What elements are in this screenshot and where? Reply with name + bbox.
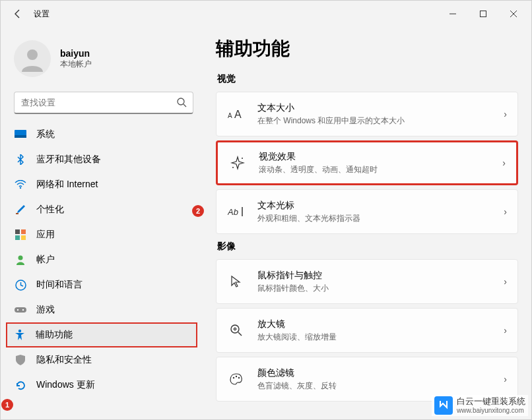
- card-subtitle: 滚动条、透明度、动画、通知超时: [259, 164, 502, 175]
- nav-time[interactable]: 时间和语言: [6, 272, 197, 297]
- main-panel: 辅助功能 视觉 AA 文本大小 在整个 Windows 和应用中显示的文本大小 …: [203, 27, 531, 419]
- nav-label: 个性化: [36, 204, 64, 216]
- shield-icon: [14, 353, 27, 367]
- svg-rect-11: [15, 235, 20, 240]
- person-icon: [14, 253, 27, 266]
- svg-point-22: [232, 167, 234, 168]
- update-icon: [14, 378, 27, 392]
- svg-text:A: A: [228, 112, 232, 119]
- content-area: baiyun 本地帐户 1 2 系统 蓝牙和其他设备: [1, 27, 531, 419]
- card-subtitle: 色盲滤镜、灰度、反转: [257, 380, 504, 392]
- nav-system[interactable]: 系统: [6, 122, 197, 147]
- window-title: 设置: [34, 9, 50, 20]
- nav-update[interactable]: Windows 更新: [6, 373, 197, 398]
- nav-label: 网络和 Internet: [36, 179, 98, 191]
- card-text: 文本光标 外观和粗细、文本光标指示器: [257, 200, 504, 224]
- svg-rect-1: [481, 11, 486, 17]
- clock-icon: [14, 278, 27, 291]
- watermark-url: www.baiyunxitong.com: [457, 407, 525, 414]
- card-title: 颜色滤镜: [257, 367, 504, 379]
- watermark-logo-icon: [434, 396, 453, 415]
- svg-text:Ab: Ab: [228, 207, 238, 217]
- card-title: 文本大小: [257, 102, 504, 114]
- svg-line-26: [238, 332, 242, 336]
- card-title: 鼠标指针与触控: [257, 270, 504, 282]
- gamepad-icon: [14, 303, 27, 316]
- card-mouse-pointer[interactable]: 鼠标指针与触控 鼠标指针颜色、大小 ›: [216, 259, 518, 304]
- svg-rect-10: [21, 229, 26, 234]
- card-title: 视觉效果: [259, 151, 502, 163]
- brush-icon: [14, 203, 27, 216]
- card-text: 视觉效果 滚动条、透明度、动画、通知超时: [259, 151, 502, 175]
- profile-block[interactable]: baiyun 本地帐户: [1, 36, 203, 89]
- nav-network[interactable]: 网络和 Internet: [6, 172, 197, 197]
- card-subtitle: 在整个 Windows 和应用中显示的文本大小: [257, 115, 504, 127]
- svg-point-18: [18, 330, 21, 332]
- close-button[interactable]: [498, 3, 529, 24]
- watermark-text: 白云一键重装系统 www.baiyunxitong.com: [457, 397, 525, 413]
- search-icon: [176, 97, 187, 107]
- card-title: 放大镜: [257, 318, 504, 330]
- nav-apps[interactable]: 应用: [6, 222, 197, 247]
- nav-accessibility[interactable]: 辅助功能: [6, 322, 197, 347]
- avatar: [14, 40, 51, 77]
- card-text: 文本大小 在整个 Windows 和应用中显示的文本大小: [257, 102, 504, 127]
- card-subtitle: 外观和粗细、文本光标指示器: [257, 213, 504, 224]
- nav-label: 游戏: [36, 304, 55, 316]
- nav-label: 辅助功能: [36, 329, 73, 341]
- palette-icon: [227, 370, 246, 388]
- svg-text:A: A: [234, 109, 242, 120]
- card-text-size[interactable]: AA 文本大小 在整个 Windows 和应用中显示的文本大小 ›: [216, 92, 518, 136]
- nav-personalization[interactable]: 个性化: [6, 197, 197, 222]
- nav-label: 隐私和安全性: [36, 354, 92, 366]
- watermark: 白云一键重装系统 www.baiyunxitong.com: [432, 395, 528, 416]
- apps-icon: [14, 228, 27, 241]
- nav-privacy[interactable]: 隐私和安全性: [6, 347, 197, 373]
- profile-name: baiyun: [60, 48, 92, 59]
- minimize-button[interactable]: [438, 3, 468, 24]
- nav-label: 时间和语言: [36, 279, 83, 291]
- card-title: 文本光标: [257, 200, 504, 212]
- watermark-title: 白云一键重装系统: [457, 397, 525, 406]
- annotation-badge-1: 1: [1, 399, 13, 411]
- wifi-icon: [14, 178, 27, 191]
- card-text: 放大镜 放大镜阅读、缩放增量: [257, 318, 504, 343]
- svg-point-29: [233, 377, 234, 378]
- section-vision: 视觉: [217, 73, 518, 85]
- window-controls: [438, 3, 529, 24]
- card-visual-effects[interactable]: 视觉效果 滚动条、透明度、动画、通知超时 ›: [216, 140, 518, 185]
- back-button[interactable]: [7, 3, 28, 24]
- svg-point-7: [20, 187, 21, 189]
- svg-rect-6: [15, 135, 26, 138]
- card-text: 鼠标指针与触控 鼠标指针颜色、大小: [257, 270, 504, 294]
- sidebar: baiyun 本地帐户 1 2 系统 蓝牙和其他设备: [1, 27, 203, 419]
- magnifier-icon: [227, 321, 246, 340]
- card-text-cursor[interactable]: Ab 文本光标 外观和粗细、文本光标指示器 ›: [216, 189, 518, 234]
- chevron-right-icon: ›: [504, 109, 507, 119]
- sparkle-icon: [228, 154, 247, 172]
- svg-point-21: [242, 158, 243, 159]
- mouse-pointer-icon: [227, 272, 246, 291]
- nav-gaming[interactable]: 游戏: [6, 297, 197, 322]
- search-input[interactable]: [14, 92, 193, 114]
- chevron-right-icon: ›: [504, 374, 507, 384]
- nav-label: 蓝牙和其他设备: [36, 154, 101, 165]
- titlebar: 设置: [1, 1, 531, 27]
- svg-point-2: [27, 49, 38, 60]
- card-subtitle: 鼠标指针颜色、大小: [257, 283, 504, 294]
- chevron-right-icon: ›: [504, 276, 507, 287]
- nav-bluetooth[interactable]: 蓝牙和其他设备: [6, 147, 197, 172]
- svg-point-16: [17, 309, 18, 311]
- svg-point-3: [178, 98, 184, 105]
- svg-rect-12: [21, 235, 26, 240]
- system-icon: [14, 128, 27, 141]
- nav-list: 1 2 系统 蓝牙和其他设备 网络和 Internet 个性化: [1, 122, 203, 398]
- card-magnifier[interactable]: 放大镜 放大镜阅读、缩放增量 ›: [216, 308, 518, 353]
- chevron-right-icon: ›: [502, 158, 506, 168]
- chevron-right-icon: ›: [504, 325, 507, 336]
- maximize-button[interactable]: [468, 3, 498, 24]
- card-text: 颜色滤镜 色盲滤镜、灰度、反转: [257, 367, 504, 392]
- nav-accounts[interactable]: 帐户: [6, 247, 197, 272]
- svg-point-13: [18, 256, 23, 260]
- section-image: 影像: [217, 241, 518, 253]
